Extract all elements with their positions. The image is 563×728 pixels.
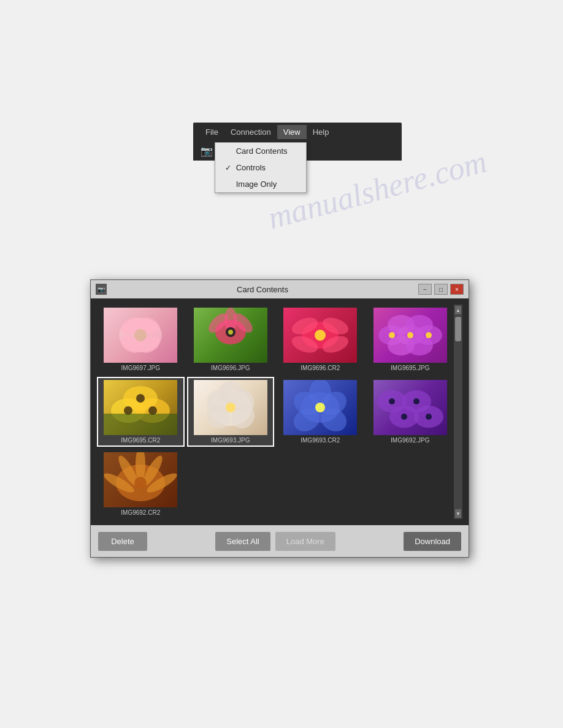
image-item-4[interactable]: IMG9695.JPG — [367, 305, 454, 374]
image-label-7: IMG9693.CR2 — [301, 437, 340, 444]
svg-point-22 — [406, 315, 433, 335]
image-grid-area: IMG9697.JPG IMG9696.JPG — [91, 298, 469, 525]
image-label-3: IMG9696.CR2 — [301, 365, 340, 371]
dropdown-label-controls: Controls — [236, 163, 266, 172]
image-label-9: IMG9692.CR2 — [121, 509, 160, 516]
menu-item-connection[interactable]: Connection — [224, 125, 277, 139]
image-item-3[interactable]: IMG9696.CR2 — [277, 305, 364, 374]
image-label-2: IMG9696.JPG — [211, 365, 250, 371]
menu-item-help[interactable]: Help — [307, 125, 335, 139]
load-more-button[interactable]: Load More — [275, 532, 335, 551]
delete-button[interactable]: Delete — [98, 532, 147, 551]
titlebar: 📷 Card Contents − □ × — [91, 280, 469, 298]
svg-point-48 — [315, 403, 325, 412]
thumbnail-2 — [194, 308, 267, 363]
svg-point-5 — [134, 329, 147, 341]
check-controls: ✓ — [225, 164, 232, 172]
window-title: Card Contents — [107, 285, 418, 294]
scroll-down-arrow[interactable]: ▼ — [455, 509, 461, 518]
card-contents-window: 📷 Card Contents − □ × — [90, 279, 469, 558]
image-grid: IMG9697.JPG IMG9696.JPG — [97, 305, 454, 519]
svg-point-25 — [389, 332, 395, 338]
menu-item-view[interactable]: View — [277, 125, 307, 139]
menu-view-wrapper: View Card Contents ✓ Controls Image Only — [277, 125, 307, 139]
menu-item-file[interactable]: File — [199, 125, 224, 139]
svg-point-33 — [136, 394, 145, 403]
thumbnail-5 — [104, 380, 177, 435]
image-item-1[interactable]: IMG9697.JPG — [97, 305, 185, 374]
dropdown-card-contents[interactable]: Card Contents — [215, 143, 306, 159]
image-item-7[interactable]: IMG9693.CR2 — [277, 377, 364, 447]
svg-rect-34 — [104, 414, 177, 435]
svg-point-55 — [401, 414, 407, 420]
thumbnail-8 — [373, 380, 447, 435]
svg-point-17 — [315, 330, 326, 341]
menu-bar: File Connection View Card Contents ✓ Con… — [193, 123, 402, 142]
close-button[interactable]: × — [450, 284, 464, 295]
svg-point-41 — [226, 403, 236, 412]
image-label-4: IMG9695.JPG — [391, 365, 429, 371]
dropdown-label-image-only: Image Only — [236, 180, 277, 189]
download-button[interactable]: Download — [404, 532, 461, 551]
check-image-only — [225, 180, 232, 189]
svg-point-64 — [134, 477, 147, 489]
scrollbar[interactable]: ▲ ▼ — [454, 305, 462, 519]
thumbnail-7 — [283, 380, 357, 435]
check-card-contents — [225, 147, 232, 156]
thumbnail-6 — [194, 380, 267, 435]
svg-point-53 — [389, 398, 395, 404]
svg-point-11 — [228, 330, 233, 335]
image-label-1: IMG9697.JPG — [121, 365, 160, 371]
svg-point-24 — [406, 336, 433, 355]
image-label-8: IMG9692.JPG — [391, 437, 429, 444]
image-item-6[interactable]: IMG9693.JPG — [187, 377, 275, 447]
thumbnail-3 — [283, 308, 357, 363]
view-dropdown: Card Contents ✓ Controls Image Only — [215, 142, 307, 193]
thumbnail-4 — [373, 308, 447, 363]
image-label-5: IMG9695.CR2 — [121, 437, 160, 444]
window-controls: − □ × — [418, 284, 464, 295]
bottom-toolbar: Delete Select All Load More Download — [91, 525, 469, 557]
svg-point-32 — [148, 406, 157, 415]
svg-point-54 — [413, 398, 419, 404]
camera-small-icon: 📷 — [98, 286, 105, 293]
camera-icon: 📷 — [201, 145, 213, 157]
menu-bar-container: File Connection View Card Contents ✓ Con… — [193, 123, 402, 161]
select-all-button[interactable]: Select All — [215, 532, 270, 551]
dropdown-label-card-contents: Card Contents — [236, 146, 288, 156]
minimize-button[interactable]: − — [418, 284, 432, 295]
image-label-6: IMG9693.JPG — [211, 437, 250, 444]
maximize-button[interactable]: □ — [434, 284, 448, 295]
svg-point-31 — [124, 406, 132, 415]
svg-point-27 — [426, 332, 432, 338]
scroll-up-arrow[interactable]: ▲ — [455, 306, 461, 314]
svg-point-56 — [426, 414, 432, 420]
image-item-2[interactable]: IMG9696.JPG — [187, 305, 275, 374]
dropdown-image-only[interactable]: Image Only — [215, 176, 306, 192]
image-item-5[interactable]: IMG9695.CR2 — [97, 377, 185, 447]
scroll-thumb[interactable] — [455, 317, 461, 341]
image-item-9[interactable]: IMG9692.CR2 — [97, 449, 185, 519]
window-icon: 📷 — [96, 284, 107, 295]
svg-point-26 — [407, 332, 413, 338]
thumbnail-9 — [104, 452, 177, 507]
image-item-8[interactable]: IMG9692.JPG — [367, 377, 454, 447]
thumbnail-1 — [104, 308, 177, 363]
dropdown-controls[interactable]: ✓ Controls — [215, 159, 306, 176]
